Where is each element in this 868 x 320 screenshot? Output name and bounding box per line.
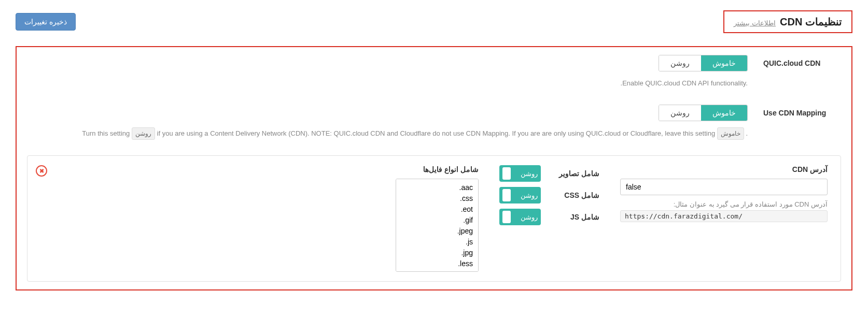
- cdn-filetypes-column: شامل انواع فایل‌ها: [40, 165, 479, 272]
- cdn-url-example: https://cdn.farazdigital.com/: [620, 210, 828, 222]
- cdn-mapping-entry: آدرس CDN آدرس CDN مورد استفاده قرار می گ…: [27, 155, 841, 282]
- include-css-switch[interactable]: روشن: [499, 187, 541, 203]
- setting-cdn-mapping: Use CDN Mapping خاموش روشن Turn this set…: [27, 105, 841, 140]
- filetypes-label: شامل انواع فایل‌ها: [40, 165, 479, 173]
- toggle-off-button[interactable]: خاموش: [701, 55, 747, 71]
- toggle-off-button[interactable]: خاموش: [701, 105, 747, 121]
- include-images-switch[interactable]: روشن: [499, 165, 541, 182]
- switch-knob: [502, 189, 511, 201]
- page-title: تنظیمات CDN: [780, 16, 842, 28]
- toggle-on-button[interactable]: روشن: [659, 55, 701, 71]
- inline-tag-off: خاموش: [717, 127, 744, 140]
- more-info-link[interactable]: اطلاعات بیشتر: [734, 19, 776, 27]
- cdn-url-hint: آدرس CDN مورد استفاده قرار می گیرد به عن…: [620, 200, 828, 208]
- switch-knob: [502, 211, 511, 223]
- page-title-container: تنظیمات CDN اطلاعات بیشتر: [723, 10, 852, 33]
- cdn-includes-column: شامل تصاویر روشن شامل CSS روشن شامل JS: [499, 165, 599, 230]
- setting-quic-cloud: QUIC.cloud CDN خاموش روشن .Enable QUIC.c…: [27, 55, 841, 89]
- hint-quic-cloud: .Enable QUIC.cloud CDN API functionality…: [27, 78, 748, 89]
- switch-on-label: روشن: [521, 192, 538, 199]
- include-css-label: شامل CSS: [550, 191, 599, 199]
- toggle-cdn-mapping: خاموش روشن: [659, 105, 748, 121]
- inline-tag-on: روشن: [132, 127, 155, 140]
- switch-on-label: روشن: [521, 213, 538, 221]
- save-button[interactable]: ذخیره تغییرات: [16, 13, 76, 31]
- settings-panel: QUIC.cloud CDN خاموش روشن .Enable QUIC.c…: [16, 46, 852, 290]
- remove-icon[interactable]: [38, 165, 47, 174]
- setting-label-quic: QUIC.cloud CDN: [763, 55, 841, 67]
- include-images-label: شامل تصاویر: [550, 169, 599, 178]
- cdn-url-column: آدرس CDN آدرس CDN مورد استفاده قرار می گ…: [620, 165, 828, 222]
- filetypes-textarea[interactable]: [396, 179, 479, 272]
- switch-on-label: روشن: [521, 170, 538, 178]
- cdn-url-input[interactable]: [620, 179, 828, 195]
- setting-label-mapping: Use CDN Mapping: [763, 105, 841, 117]
- hint-cdn-mapping: Turn this setting روشن if you are using …: [27, 127, 748, 140]
- switch-knob: [502, 167, 511, 180]
- cdn-url-label: آدرس CDN: [620, 165, 828, 173]
- include-js-switch[interactable]: روشن: [499, 209, 541, 225]
- toggle-quic-cloud: خاموش روشن: [659, 55, 748, 71]
- include-js-label: شامل JS: [550, 213, 599, 221]
- toggle-on-button[interactable]: روشن: [659, 105, 701, 121]
